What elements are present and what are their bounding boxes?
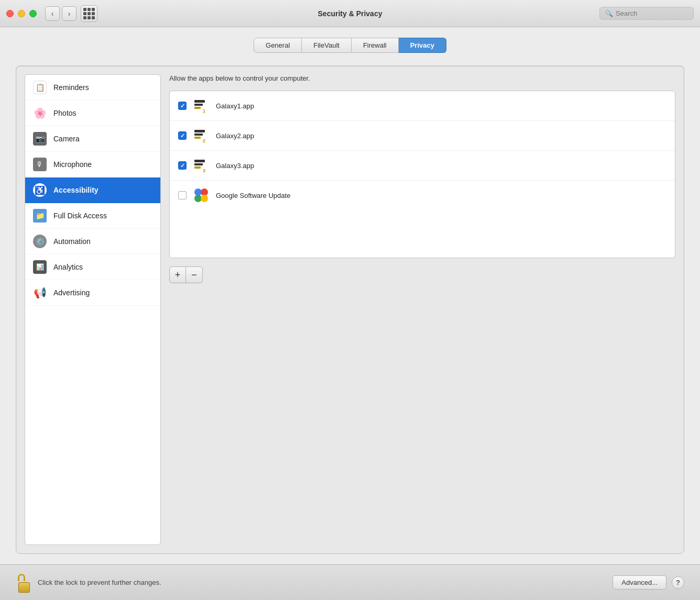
sidebar-item-automation[interactable]: ⚙️ Automation	[25, 229, 160, 254]
remove-button[interactable]: −	[186, 266, 203, 283]
galaxy2-icon: 2	[193, 127, 210, 144]
sidebar-label-photos: Photos	[53, 109, 76, 117]
sidebar-label-microphone: Microphone	[53, 160, 92, 169]
sidebar-label-camera: Camera	[53, 135, 80, 143]
forward-button[interactable]: ›	[62, 6, 76, 21]
list-item: 2 Galaxy2.app	[170, 121, 675, 151]
sidebar-label-fulldisk: Full Disk Access	[53, 212, 107, 220]
lock-shackle	[18, 574, 25, 581]
app-checkbox-google[interactable]	[178, 191, 187, 199]
advanced-button[interactable]: Advanced...	[612, 575, 666, 590]
app-checkbox-galaxy2[interactable]	[178, 131, 187, 140]
sidebar-item-photos[interactable]: 🌸 Photos	[25, 101, 160, 126]
grid-icon	[83, 8, 95, 19]
photos-icon: 🌸	[32, 106, 47, 120]
sidebar-item-analytics[interactable]: 📊 Analytics	[25, 254, 160, 280]
search-box[interactable]: 🔍	[599, 7, 694, 20]
sidebar-label-analytics: Analytics	[53, 263, 83, 271]
galaxy1-icon: 1	[193, 97, 210, 114]
reminders-icon: 📋	[32, 80, 47, 95]
tabs-bar: General FileVault Firewall Privacy	[16, 38, 684, 53]
svg-rect-9	[194, 163, 203, 165]
minimize-button[interactable]	[18, 10, 25, 17]
back-button[interactable]: ‹	[45, 6, 60, 21]
search-input[interactable]	[616, 9, 688, 17]
svg-point-12	[194, 188, 202, 196]
svg-text:3: 3	[203, 168, 205, 173]
app-name-galaxy1: Galaxy1.app	[216, 102, 254, 110]
lock-icon	[16, 573, 32, 593]
microphone-icon: 🎙	[32, 157, 47, 172]
app-checkbox-galaxy3[interactable]	[178, 161, 187, 170]
svg-text:1: 1	[203, 108, 205, 114]
window-title: Security & Privacy	[318, 9, 382, 18]
lock-body	[18, 582, 30, 593]
grid-button[interactable]	[81, 5, 97, 22]
svg-point-14	[194, 195, 202, 202]
search-icon: 🔍	[605, 10, 613, 17]
list-item: Google Software Update	[170, 181, 675, 210]
sidebar-item-reminders[interactable]: 📋 Reminders	[25, 75, 160, 101]
camera-icon: 📷	[32, 131, 47, 146]
sidebar-item-microphone[interactable]: 🎙 Microphone	[25, 152, 160, 177]
tab-general[interactable]: General	[254, 38, 302, 53]
tab-privacy[interactable]: Privacy	[399, 38, 446, 53]
action-buttons: + −	[169, 266, 675, 283]
app-name-galaxy3: Galaxy3.app	[216, 162, 254, 170]
svg-rect-5	[194, 134, 203, 136]
help-button[interactable]: ?	[672, 576, 684, 589]
svg-rect-10	[194, 166, 201, 169]
sidebar-label-accessibility: Accessibility	[53, 186, 99, 194]
app-checkbox-galaxy1[interactable]	[178, 102, 187, 110]
advertising-icon: 📢	[32, 285, 47, 300]
sidebar-label-reminders: Reminders	[53, 83, 89, 92]
svg-point-13	[201, 188, 208, 196]
sidebar-item-fulldisk[interactable]: 📁 Full Disk Access	[25, 203, 160, 229]
content-panel: 📋 Reminders 🌸 Photos 📷 Camera	[16, 65, 684, 554]
bottom-bar: Click the lock to prevent further change…	[0, 564, 700, 600]
svg-rect-6	[194, 137, 201, 139]
maximize-button[interactable]	[29, 10, 37, 17]
sidebar-item-camera[interactable]: 📷 Camera	[25, 126, 160, 152]
svg-rect-4	[194, 130, 205, 132]
svg-rect-2	[194, 107, 201, 109]
tab-firewall[interactable]: Firewall	[352, 38, 399, 53]
titlebar: ‹ › Security & Privacy 🔍	[0, 0, 700, 27]
analytics-icon: 📊	[32, 260, 47, 274]
bottom-right-buttons: Advanced... ?	[612, 575, 684, 590]
tab-filevault[interactable]: FileVault	[302, 38, 352, 53]
app-name-google: Google Software Update	[216, 192, 290, 199]
automation-icon: ⚙️	[32, 234, 47, 249]
traffic-lights	[6, 10, 37, 17]
close-button[interactable]	[6, 10, 14, 17]
right-panel: Allow the apps below to control your com…	[169, 74, 675, 545]
svg-point-15	[201, 195, 208, 202]
sidebar-label-automation: Automation	[53, 237, 91, 246]
app-name-galaxy2: Galaxy2.app	[216, 132, 254, 140]
sidebar: 📋 Reminders 🌸 Photos 📷 Camera	[25, 74, 161, 545]
sidebar-item-accessibility[interactable]: ♿ Accessibility	[25, 177, 160, 203]
svg-rect-1	[194, 104, 203, 106]
sidebar-label-advertising: Advertising	[53, 288, 90, 297]
lock-area[interactable]: Click the lock to prevent further change…	[16, 573, 161, 593]
list-item: 1 Galaxy1.app	[170, 91, 675, 121]
main-window: General FileVault Firewall Privacy 📋 Rem…	[0, 27, 700, 564]
galaxy3-icon: 3	[193, 157, 210, 174]
add-button[interactable]: +	[169, 266, 186, 283]
lock-text: Click the lock to prevent further change…	[38, 579, 161, 586]
svg-rect-0	[194, 100, 205, 103]
nav-buttons: ‹ ›	[45, 6, 76, 21]
svg-text:2: 2	[203, 138, 205, 143]
app-list: 1 Galaxy1.app 2	[169, 91, 675, 258]
list-item: 3 Galaxy3.app	[170, 151, 675, 181]
accessibility-icon: ♿	[32, 183, 47, 197]
description-text: Allow the apps below to control your com…	[169, 74, 675, 82]
svg-rect-8	[194, 160, 205, 162]
fulldisk-icon: 📁	[32, 208, 47, 223]
sidebar-item-advertising[interactable]: 📢 Advertising	[25, 280, 160, 306]
google-icon	[193, 187, 210, 204]
